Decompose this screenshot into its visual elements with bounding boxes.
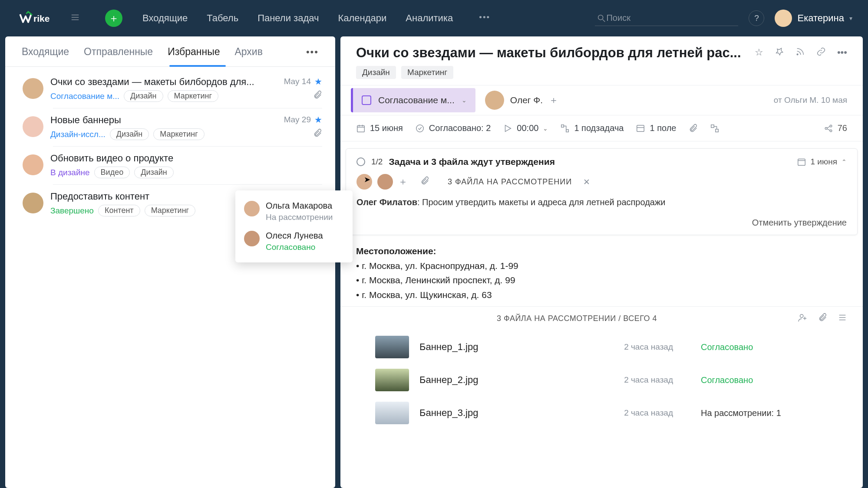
nav-analytics[interactable]: Аналитика xyxy=(406,13,453,24)
dependency-icon[interactable] xyxy=(710,124,719,133)
approval-title: Задача и 3 файла ждут утверждения xyxy=(389,157,554,167)
star-icon[interactable]: ☆ xyxy=(755,47,763,59)
file-time: 2 часа назад xyxy=(586,408,673,418)
desc-line: • г. Москва, ул. Краснопрудная, д. 1-99 xyxy=(356,261,518,271)
file-time: 2 часа назад xyxy=(586,342,673,352)
tab-sent[interactable]: Отправленные xyxy=(84,46,153,66)
approval-card: 1/2 Задача и 3 файла ждут утверждения 1 … xyxy=(346,148,858,235)
assignee-avatar xyxy=(485,91,504,110)
assignee-group[interactable]: Олег Ф. ＋ xyxy=(485,91,558,110)
more-icon[interactable]: ••• xyxy=(837,47,847,59)
attachment-icon[interactable] xyxy=(818,313,827,324)
attachment-icon[interactable] xyxy=(420,176,429,188)
nav-calendars[interactable]: Календари xyxy=(338,13,386,24)
pin-icon[interactable] xyxy=(775,47,784,59)
rss-icon[interactable] xyxy=(795,47,805,59)
item-pill[interactable]: Дизайн xyxy=(110,128,149,140)
approval-due[interactable]: 1 июня ⌃ xyxy=(797,157,847,167)
approver-status: Согласовано xyxy=(266,242,323,252)
item-pill[interactable]: Маркетинг xyxy=(168,90,219,102)
item-avatar xyxy=(23,154,43,175)
desc-heading: Местоположение: xyxy=(356,246,436,256)
desc-line: • г. Москва, ул. Щукинская, д. 63 xyxy=(356,290,492,300)
approval-fraction: 1/2 xyxy=(371,157,383,167)
star-icon[interactable]: ★ xyxy=(314,76,322,87)
item-status: Завершено xyxy=(50,206,94,216)
item-status: Согласование м... xyxy=(50,92,119,101)
search-input[interactable] xyxy=(606,13,736,23)
tab-starred[interactable]: Избранные xyxy=(168,46,220,66)
add-assignee-icon[interactable]: ＋ xyxy=(549,94,558,107)
item-pill[interactable]: Маркетинг xyxy=(145,205,196,216)
approver-avatar[interactable] xyxy=(356,174,372,190)
item-pill[interactable]: Дизайн xyxy=(124,90,163,102)
task-tag[interactable]: Маркетинг xyxy=(401,66,453,79)
approvers-popover: Ольга Макарова На рассмотрении Олеся Лун… xyxy=(235,190,353,262)
item-title: Новые баннеры xyxy=(50,115,277,126)
nav-inbox[interactable]: Входящие xyxy=(142,13,188,24)
inbox-item[interactable]: Очки со звездами — макеты билбордов для.… xyxy=(5,70,335,108)
approver-avatar[interactable] xyxy=(377,174,393,190)
close-icon[interactable]: ✕ xyxy=(583,177,590,187)
custom-fields[interactable]: 1 поле xyxy=(636,123,676,133)
task-tag[interactable]: Дизайн xyxy=(356,66,396,79)
share-count[interactable]: 76 xyxy=(824,123,847,133)
svg-line-22 xyxy=(827,126,830,128)
file-row[interactable]: Баннер_3.jpg 2 часа назад На рассмотрени… xyxy=(340,396,863,429)
nav-more-icon[interactable]: ••• xyxy=(479,13,490,24)
task-title[interactable]: Очки со звездами — макеты билбордов для … xyxy=(356,45,748,61)
file-thumbnail xyxy=(375,369,409,391)
menu-icon[interactable] xyxy=(70,13,80,24)
tab-archive[interactable]: Архив xyxy=(234,46,262,66)
add-approver-icon[interactable]: ＋ xyxy=(398,175,408,188)
search-icon xyxy=(597,13,606,23)
popover-row[interactable]: Олеся Лунева Согласовано xyxy=(235,226,353,256)
approver-avatar xyxy=(244,231,260,246)
subtasks[interactable]: 1 подзадача xyxy=(560,123,624,133)
create-button[interactable]: ＋ xyxy=(105,10,122,27)
list-view-icon[interactable] xyxy=(838,313,847,324)
chevron-down-icon: ▾ xyxy=(849,15,852,22)
timer[interactable]: 00:00⌄ xyxy=(503,123,548,133)
file-status: Согласовано xyxy=(701,375,753,385)
link-icon[interactable] xyxy=(816,47,826,59)
item-status: В дизайне xyxy=(50,168,90,177)
brand-logo[interactable]: rike xyxy=(19,10,58,26)
files-header-label: 3 ФАЙЛА НА РАССМОТРЕНИИ / ВСЕГО 4 xyxy=(497,314,657,323)
star-icon[interactable]: ★ xyxy=(314,115,322,125)
attach-icon[interactable] xyxy=(688,124,698,133)
complete-checkbox[interactable] xyxy=(362,95,371,105)
assign-reviewer-icon[interactable] xyxy=(798,313,807,324)
status-selector[interactable]: Согласование м... ⌄ xyxy=(351,88,475,112)
due-date[interactable]: 15 июня xyxy=(356,123,403,133)
file-row[interactable]: Баннер_2.jpg 2 часа назад Согласовано xyxy=(340,364,863,396)
created-by-label: от Ольги М. 10 мая xyxy=(774,95,847,105)
item-pill[interactable]: Контент xyxy=(98,205,140,216)
user-menu[interactable]: Екатерина ▾ xyxy=(775,10,852,27)
inbox-item[interactable]: Новые баннеры Дизайн-иссл... Дизайн Марк… xyxy=(5,108,335,146)
item-title: Очки со звездами — макеты билбордов для.… xyxy=(50,76,277,88)
task-description[interactable]: Местоположение: • г. Москва, ул. Красноп… xyxy=(340,235,863,306)
user-avatar xyxy=(775,10,792,27)
item-pill[interactable]: Дизайн xyxy=(134,167,174,178)
status-label: Согласование м... xyxy=(378,95,455,105)
item-pill[interactable]: Видео xyxy=(94,167,130,178)
cancel-approval-button[interactable]: Отменить утверждение xyxy=(356,218,847,228)
task-panel: Очки со звездами — макеты билбордов для … xyxy=(340,36,863,488)
approved-count[interactable]: Согласовано: 2 xyxy=(415,123,491,133)
search-input-wrap[interactable] xyxy=(595,10,738,26)
approver-name: Олеся Лунева xyxy=(266,231,323,241)
file-name: Баннер_1.jpg xyxy=(419,341,576,353)
nav-dashboards[interactable]: Панели задач xyxy=(257,13,319,24)
item-pill[interactable]: Маркетинг xyxy=(153,128,205,140)
tab-incoming[interactable]: Входящие xyxy=(22,46,69,66)
inbox-item[interactable]: Обновить видео о продукте В дизайне Виде… xyxy=(5,147,335,184)
help-button[interactable]: ? xyxy=(749,10,764,26)
tabs-more-icon[interactable]: ••• xyxy=(306,46,319,66)
item-date: May 29 xyxy=(284,115,311,124)
file-row[interactable]: Баннер_1.jpg 2 часа назад Согласовано xyxy=(340,331,863,364)
files-review-label[interactable]: 3 ФАЙЛА НА РАССМОТРЕНИИ xyxy=(448,177,572,187)
popover-row[interactable]: Ольга Макарова На рассмотрении xyxy=(235,197,353,226)
nav-timelog[interactable]: Табель xyxy=(207,13,238,24)
svg-rect-13 xyxy=(561,124,564,127)
